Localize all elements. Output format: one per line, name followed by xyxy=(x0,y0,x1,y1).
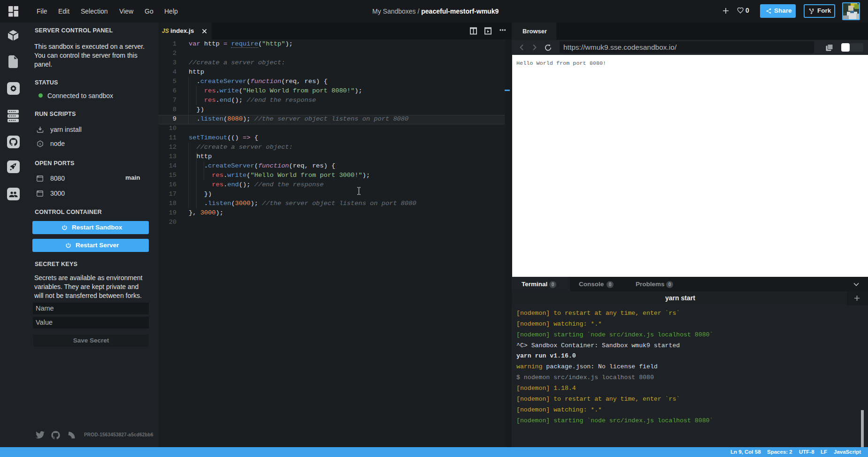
svg-text:s: s xyxy=(39,142,41,145)
